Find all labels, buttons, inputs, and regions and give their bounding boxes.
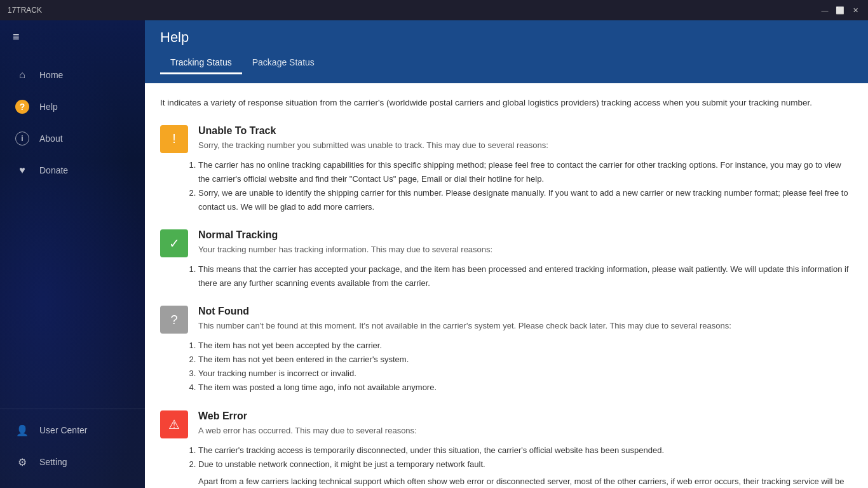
sidebar-nav: ⌂ Home ? Help i About ♥ Donate (0, 54, 145, 409)
unable-to-track-list: The carrier has no online tracking capab… (160, 158, 853, 214)
sidebar-label-user-center: User Center (39, 425, 87, 435)
web-error-title: Web Error (198, 410, 853, 422)
list-item: The carrier has no online tracking capab… (198, 158, 853, 186)
normal-tracking-block: Normal Tracking Your tracking number has… (198, 229, 853, 256)
minimize-button[interactable]: — (820, 5, 830, 15)
content-tabs: Tracking Status Package Status (160, 52, 853, 74)
content-body: It indicates a variety of response situa… (145, 83, 868, 488)
app-container: ≡ ⌂ Home ? Help i About ♥ Donate 👤 U (0, 20, 868, 488)
unable-to-track-title: Unable To Track (198, 125, 853, 137)
sidebar-label-about: About (39, 133, 63, 144)
sidebar-label-home: Home (39, 70, 63, 80)
maximize-button[interactable]: ⬜ (835, 5, 845, 15)
not-found-icon: ? (160, 306, 188, 334)
sidebar-item-home[interactable]: ⌂ Home (0, 59, 145, 91)
sidebar-item-help[interactable]: ? Help (0, 91, 145, 123)
status-header-not-found: ? Not Found This number can't be found a… (160, 306, 853, 334)
app-title: 17TRACK (8, 6, 42, 15)
close-button[interactable]: ✕ (850, 5, 860, 15)
sidebar-item-user-center[interactable]: 👤 User Center (0, 414, 145, 446)
unable-to-track-block: Unable To Track Sorry, the tracking numb… (198, 125, 853, 152)
normal-tracking-list: This means that the carrier has accepted… (160, 262, 853, 290)
about-icon: i (15, 132, 29, 146)
normal-tracking-title: Normal Tracking (198, 229, 853, 241)
sidebar-label-donate: Donate (39, 165, 68, 175)
not-found-block: Not Found This number can't be found at … (198, 306, 853, 332)
list-item: This means that the carrier has accepted… (198, 262, 853, 290)
page-title: Help (160, 29, 853, 46)
status-web-error: ⚠ Web Error A web error has occurred. Th… (160, 410, 853, 488)
not-found-title: Not Found (198, 306, 853, 317)
tab-tracking-status[interactable]: Tracking Status (160, 52, 242, 74)
help-icon: ? (15, 100, 29, 114)
status-header-unable: ! Unable To Track Sorry, the tracking nu… (160, 125, 853, 153)
tab-package-status[interactable]: Package Status (242, 52, 325, 74)
list-item: The carrier's tracking access is tempora… (198, 444, 853, 458)
status-not-found: ? Not Found This number can't be found a… (160, 306, 853, 395)
web-error-list: The carrier's tracking access is tempora… (160, 444, 853, 471)
web-error-icon: ⚠ (160, 410, 188, 438)
sidebar-item-donate[interactable]: ♥ Donate (0, 154, 145, 186)
setting-icon: ⚙ (15, 455, 29, 469)
intro-text: It indicates a variety of response situa… (160, 96, 853, 110)
titlebar: 17TRACK — ⬜ ✕ (0, 0, 868, 20)
list-item: Sorry, we are unable to identify the shi… (198, 186, 853, 214)
normal-tracking-icon: ✓ (160, 229, 188, 257)
content-header: Help Tracking Status Package Status (145, 20, 868, 83)
unable-to-track-subtitle: Sorry, the tracking number you submitted… (198, 139, 853, 152)
list-item: The item has not yet been entered in the… (198, 353, 853, 367)
sidebar-label-setting: Setting (39, 457, 67, 467)
web-error-subtitle: A web error has occurred. This may due t… (198, 424, 853, 437)
sidebar-item-about[interactable]: i About (0, 123, 145, 154)
sidebar-bottom: 👤 User Center ⚙ Setting (0, 409, 145, 488)
web-error-block: Web Error A web error has occurred. This… (198, 410, 853, 437)
normal-tracking-subtitle: Your tracking number has tracking inform… (198, 243, 853, 256)
hamburger-icon: ≡ (13, 30, 20, 44)
list-item: Due to unstable network connection, it m… (198, 458, 853, 471)
not-found-list: The item has not yet been accepted by th… (160, 339, 853, 395)
status-unable-to-track: ! Unable To Track Sorry, the tracking nu… (160, 125, 853, 214)
donate-icon: ♥ (15, 163, 29, 177)
list-item: The item has not yet been accepted by th… (198, 339, 853, 353)
not-found-subtitle: This number can't be found at this momen… (198, 320, 853, 332)
sidebar: ≡ ⌂ Home ? Help i About ♥ Donate 👤 U (0, 20, 145, 488)
status-normal-tracking: ✓ Normal Tracking Your tracking number h… (160, 229, 853, 290)
unable-to-track-icon: ! (160, 125, 188, 153)
main-content: Help Tracking Status Package Status It i… (145, 20, 868, 488)
status-header-web-error: ⚠ Web Error A web error has occurred. Th… (160, 410, 853, 438)
list-item: Your tracking number is incorrect or inv… (198, 367, 853, 381)
window-controls: — ⬜ ✕ (820, 5, 860, 15)
status-header-normal: ✓ Normal Tracking Your tracking number h… (160, 229, 853, 257)
hamburger-menu[interactable]: ≡ (0, 20, 145, 54)
user-icon: 👤 (15, 423, 29, 437)
home-icon: ⌂ (15, 68, 29, 82)
web-error-extra: Apart from a few carriers lacking techni… (160, 475, 853, 488)
list-item: The item was posted a long time ago, inf… (198, 381, 853, 395)
sidebar-item-setting[interactable]: ⚙ Setting (0, 446, 145, 478)
sidebar-label-help: Help (39, 102, 58, 112)
